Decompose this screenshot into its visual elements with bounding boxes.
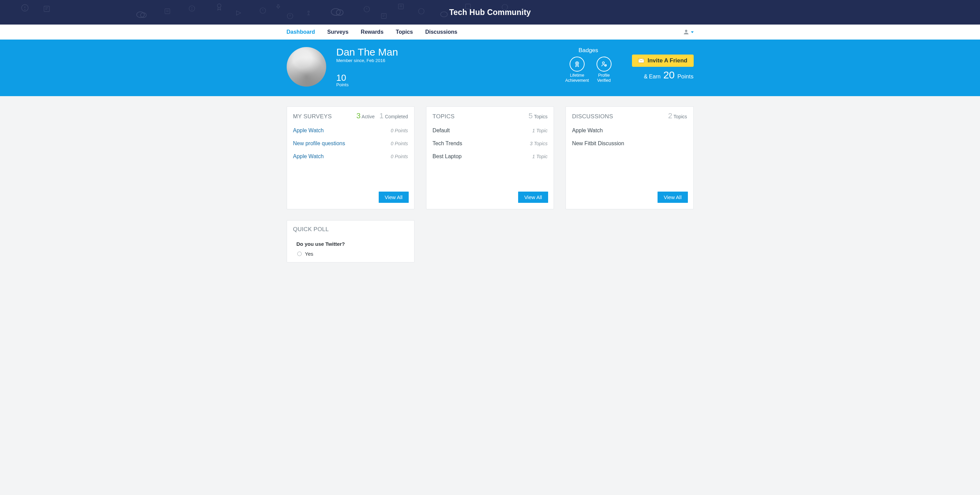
svg-point-13 [364, 6, 370, 12]
view-all-surveys-button[interactable]: View All [379, 192, 409, 203]
list-item: Best Laptop 1 Topic [433, 150, 547, 163]
badge-label-line2: Achievement [565, 78, 589, 83]
discussion-name[interactable]: Apple Watch [572, 127, 603, 134]
svg-point-9 [260, 8, 266, 14]
badges-block: Badges Lifetime Achievement [565, 47, 611, 83]
badge-profile-verified: Profile Verified [597, 57, 611, 83]
site-banner: Tech Hub Community [0, 0, 980, 25]
dashboard-cards: MY SURVEYS 3 Active 1 Completed Apple Wa… [287, 107, 694, 209]
member-since: Member since, Feb 2016 [336, 58, 398, 63]
topic-name[interactable]: Best Laptop [433, 153, 461, 159]
points-label: Points [336, 82, 398, 87]
survey-points: 0 Points [391, 141, 408, 146]
nav-rewards[interactable]: Rewards [361, 29, 383, 35]
user-check-icon [597, 57, 611, 72]
svg-rect-24 [638, 59, 644, 63]
topic-name[interactable]: Default [433, 127, 450, 134]
surveys-active-label: Active [362, 114, 375, 119]
nav-topics[interactable]: Topics [396, 29, 413, 35]
invite-friend-button[interactable]: Invite A Friend [632, 54, 694, 67]
svg-point-4 [140, 13, 146, 18]
list-item: Tech Trends 3 Topics [433, 137, 547, 150]
survey-points: 0 Points [391, 154, 408, 159]
discussions-count: 2 [668, 111, 672, 120]
svg-point-3 [137, 12, 145, 18]
display-name: Dan The Man [336, 47, 398, 57]
topics-count: 5 [529, 111, 533, 120]
svg-point-8 [218, 4, 221, 8]
primary-nav: Dashboard Surveys Rewards Topics Discuss… [0, 25, 980, 40]
nav-links: Dashboard Surveys Rewards Topics Discuss… [287, 29, 457, 35]
svg-point-16 [418, 8, 425, 14]
card-title: DISCUSSIONS [572, 113, 613, 120]
card-discussions: DISCUSSIONS 2 Topics Apple Watch New Fit… [565, 107, 693, 209]
envelope-icon [638, 58, 644, 63]
topic-count: 1 Topic [533, 128, 548, 133]
svg-point-12 [336, 10, 343, 15]
badge-lifetime-achievement: Lifetime Achievement [565, 57, 589, 83]
badge-label-line1: Profile [598, 73, 610, 78]
ribbon-icon [570, 57, 585, 72]
card-topics: TOPICS 5 Topics Default 1 Topic Tech Tre… [426, 107, 554, 209]
user-menu[interactable] [683, 29, 694, 35]
list-item: Apple Watch 0 Points [293, 124, 408, 137]
site-brand: Tech Hub Community [449, 8, 531, 17]
surveys-stats: 3 Active 1 Completed [356, 112, 408, 119]
svg-point-11 [331, 8, 340, 15]
points-value: 10 [336, 73, 398, 82]
poll-question: Do you use Twitter? [287, 236, 414, 249]
topic-count: 1 Topic [533, 154, 548, 159]
discussion-name[interactable]: New Fitbit Discussion [572, 140, 624, 146]
earn-suffix: Points [677, 73, 693, 80]
list-item: Default 1 Topic [433, 124, 547, 137]
svg-rect-15 [398, 4, 404, 9]
svg-point-10 [287, 13, 293, 19]
badges-heading: Badges [565, 47, 611, 54]
earn-prefix: & Earn [644, 74, 660, 80]
profile-hero: Dan The Man Member since, Feb 2016 10 Po… [0, 40, 980, 96]
topic-count: 3 Topics [530, 141, 548, 146]
card-quick-poll: QUICK POLL Do you use Twitter? Yes [287, 220, 415, 263]
topics-stats: 5 Topics [529, 112, 548, 119]
surveys-completed-label: Completed [385, 114, 408, 119]
list-item: New profile questions 0 Points [293, 137, 408, 150]
survey-link[interactable]: Apple Watch [293, 153, 324, 159]
profile-info: Dan The Man Member since, Feb 2016 10 Po… [336, 47, 398, 87]
card-title: QUICK POLL [293, 226, 329, 233]
surveys-completed-count: 1 [379, 111, 383, 120]
svg-rect-14 [382, 14, 387, 19]
poll-option-label: Yes [305, 251, 313, 257]
avatar [287, 47, 326, 87]
invite-block: Invite A Friend & Earn 20 Points [632, 54, 694, 80]
poll-option[interactable]: Yes [287, 249, 414, 259]
nav-dashboard[interactable]: Dashboard [287, 29, 315, 35]
user-icon [683, 29, 690, 35]
invite-button-label: Invite A Friend [648, 57, 687, 64]
chevron-down-icon [691, 31, 694, 33]
svg-rect-2 [44, 6, 49, 11]
badge-label-line2: Verified [597, 78, 611, 83]
survey-points: 0 Points [391, 128, 408, 133]
surveys-active-count: 3 [356, 111, 360, 120]
svg-point-6 [189, 6, 195, 11]
card-title: MY SURVEYS [293, 113, 332, 120]
nav-discussions[interactable]: Discussions [425, 29, 457, 35]
svg-point-21 [576, 62, 578, 64]
view-all-topics-button[interactable]: View All [518, 192, 548, 203]
svg-point-20 [575, 62, 579, 65]
discussions-stats: 2 Topics [668, 112, 687, 119]
survey-link[interactable]: Apple Watch [293, 127, 324, 134]
nav-surveys[interactable]: Surveys [327, 29, 348, 35]
view-all-discussions-button[interactable]: View All [657, 192, 687, 203]
svg-point-0 [21, 5, 28, 11]
earn-points-line: & Earn 20 Points [632, 71, 694, 80]
card-my-surveys: MY SURVEYS 3 Active 1 Completed Apple Wa… [287, 107, 415, 209]
svg-point-22 [602, 62, 605, 64]
svg-rect-5 [165, 9, 170, 14]
topics-count-label: Topics [534, 114, 547, 119]
list-item: Apple Watch 0 Points [293, 150, 408, 163]
survey-link[interactable]: New profile questions [293, 140, 345, 146]
topic-name[interactable]: Tech Trends [433, 140, 462, 146]
radio-icon [297, 251, 302, 256]
list-item: New Fitbit Discussion [572, 137, 687, 150]
